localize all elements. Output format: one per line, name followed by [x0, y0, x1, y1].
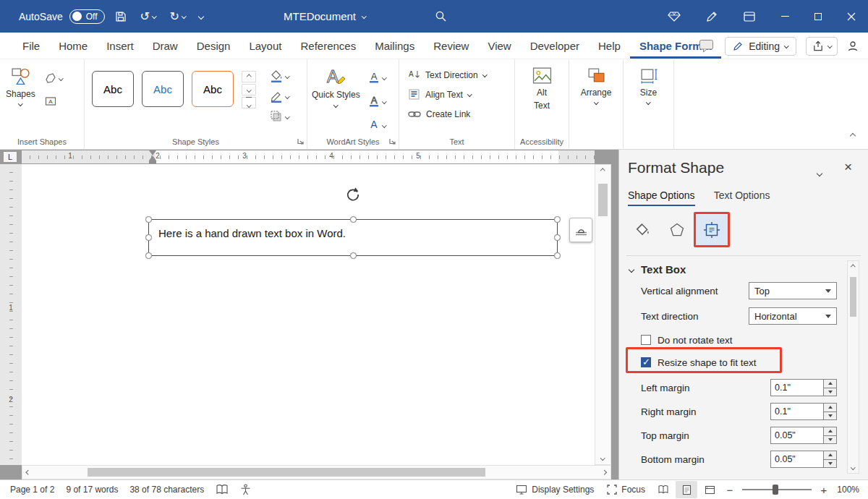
first-line-indent-marker[interactable]	[149, 150, 156, 155]
left-indent-marker[interactable]	[149, 161, 156, 163]
bottom-margin-decrease-button[interactable]	[824, 460, 837, 469]
draw-text-box-button[interactable]: A	[41, 93, 67, 110]
layout-properties-tab-button[interactable]	[696, 215, 728, 245]
style-gallery-more-button[interactable]	[242, 97, 256, 108]
tab-stop-selector[interactable]: L	[3, 151, 17, 163]
tab-file[interactable]: File	[13, 33, 49, 59]
textbox-handle-top-middle[interactable]	[350, 216, 357, 223]
top-margin-input[interactable]	[770, 427, 824, 444]
ribbon-display-options-button[interactable]	[731, 0, 768, 33]
do-not-rotate-checkbox[interactable]	[641, 335, 651, 345]
effects-tab-button[interactable]	[661, 215, 693, 245]
scroll-left-button[interactable]	[22, 466, 35, 479]
scroll-up-button[interactable]	[595, 165, 610, 177]
collapse-ribbon-button[interactable]	[848, 127, 858, 143]
tab-layout[interactable]: Layout	[239, 33, 291, 59]
layout-options-button[interactable]	[569, 218, 592, 242]
close-button[interactable]	[835, 0, 868, 33]
textbox-handle-bottom-right[interactable]	[554, 252, 561, 259]
autosave-toggle[interactable]: Off	[69, 9, 105, 24]
panel-scrollbar-thumb[interactable]	[850, 277, 856, 317]
character-count-indicator[interactable]: 38 of 78 characters	[124, 485, 210, 495]
proofing-status-button[interactable]	[210, 485, 234, 495]
right-margin-input[interactable]	[770, 403, 824, 420]
vertical-ruler[interactable]: 1 2	[0, 164, 22, 465]
fill-line-tab-button[interactable]	[626, 215, 658, 245]
textbox-rotate-handle[interactable]	[345, 187, 361, 202]
shape-style-preview-2[interactable]: Abc	[142, 71, 184, 107]
tab-shape-options[interactable]: Shape Options	[628, 189, 695, 206]
maximize-button[interactable]	[801, 0, 835, 33]
hanging-indent-marker[interactable]	[149, 155, 156, 161]
customize-quick-access-button[interactable]	[195, 12, 207, 22]
left-margin-decrease-button[interactable]	[824, 388, 837, 397]
panel-scroll-down-button[interactable]	[848, 461, 859, 473]
presenter-coach-button[interactable]	[655, 0, 693, 33]
top-margin-increase-button[interactable]	[824, 427, 837, 436]
people-button[interactable]	[847, 40, 859, 52]
wordart-styles-dialog-launcher[interactable]	[388, 137, 396, 145]
bottom-margin-increase-button[interactable]	[824, 451, 837, 460]
tab-developer[interactable]: Developer	[521, 33, 589, 59]
tab-view[interactable]: View	[478, 33, 520, 59]
text-direction-button[interactable]: A Text Direction	[399, 65, 514, 85]
tab-references[interactable]: References	[291, 33, 365, 59]
create-link-button[interactable]: Create Link	[399, 104, 514, 124]
style-gallery-down-button[interactable]	[242, 84, 256, 95]
web-layout-button[interactable]	[699, 481, 720, 498]
text-effects-button[interactable]: A	[365, 116, 390, 135]
horizontal-scrollbar-thumb[interactable]	[88, 468, 485, 477]
tab-home[interactable]: Home	[49, 33, 97, 59]
panel-scrollbar[interactable]	[847, 260, 859, 474]
shapes-button[interactable]: Shapes	[6, 59, 35, 110]
shape-outline-button[interactable]	[267, 88, 292, 104]
top-margin-decrease-button[interactable]	[824, 436, 837, 445]
display-settings-button[interactable]: Display Settings	[510, 485, 600, 495]
document-title-menu[interactable]: MTEDocument	[284, 0, 366, 33]
scroll-right-button[interactable]	[598, 466, 610, 479]
quick-styles-button[interactable]: A Quick Styles	[312, 59, 360, 135]
tab-help[interactable]: Help	[589, 33, 630, 59]
vertical-scrollbar-thumb[interactable]	[598, 184, 608, 216]
undo-button[interactable]: ↺	[137, 8, 160, 25]
accessibility-status-button[interactable]	[234, 484, 257, 495]
shape-style-preview-1[interactable]: Abc	[92, 71, 134, 107]
zoom-out-button[interactable]: −	[722, 484, 738, 496]
do-not-rotate-label[interactable]: Do not rotate text	[658, 335, 733, 346]
right-margin-decrease-button[interactable]	[824, 412, 837, 421]
text-direction-dropdown[interactable]: Horizontal	[749, 307, 837, 325]
shape-styles-dialog-launcher[interactable]	[297, 137, 305, 145]
tab-draw[interactable]: Draw	[143, 33, 187, 59]
inking-button[interactable]	[693, 0, 731, 33]
vertical-scrollbar[interactable]	[595, 164, 611, 465]
textbox-handle-middle-right[interactable]	[554, 234, 561, 241]
shape-style-preview-3[interactable]: Abc	[192, 71, 234, 107]
panel-scroll-up-button[interactable]	[848, 261, 859, 273]
resize-shape-label[interactable]: Resize shape to fit text	[658, 357, 757, 368]
alt-text-button[interactable]: Alt Text	[515, 59, 569, 111]
save-button[interactable]	[111, 8, 130, 25]
horizontal-scrollbar[interactable]	[22, 465, 611, 479]
tab-review[interactable]: Review	[424, 33, 478, 59]
page-number-indicator[interactable]: Page 1 of 2	[4, 485, 60, 495]
bottom-margin-input[interactable]	[770, 451, 824, 468]
zoom-in-button[interactable]: +	[816, 484, 832, 496]
comments-button[interactable]	[697, 38, 715, 54]
shape-fill-button[interactable]	[267, 68, 292, 84]
zoom-slider[interactable]	[742, 489, 812, 490]
resize-shape-checkbox[interactable]	[641, 357, 651, 367]
panel-collapse-button[interactable]	[814, 164, 825, 181]
textbox-handle-bottom-left[interactable]	[145, 252, 152, 259]
text-fill-button[interactable]: A	[365, 68, 390, 87]
vertical-alignment-dropdown[interactable]: Top	[749, 282, 837, 299]
textbox-handle-bottom-middle[interactable]	[350, 252, 357, 259]
style-gallery-up-button[interactable]	[242, 71, 256, 82]
tab-insert[interactable]: Insert	[97, 33, 143, 59]
scroll-down-button[interactable]	[595, 452, 610, 464]
document-page[interactable]: Here is a hand drawn text box in Word.	[22, 164, 595, 465]
align-text-button[interactable]: Align Text	[399, 85, 514, 104]
zoom-level-indicator[interactable]: 100%	[833, 485, 864, 495]
text-box-text[interactable]: Here is a hand drawn text box in Word.	[158, 227, 346, 239]
left-margin-increase-button[interactable]	[824, 379, 837, 388]
edit-shape-button[interactable]	[41, 69, 67, 87]
